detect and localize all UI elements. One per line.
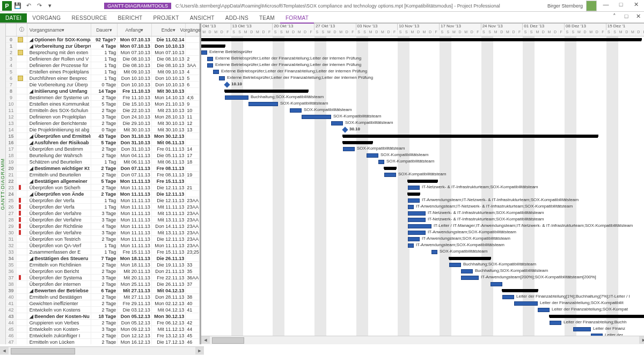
table-row[interactable]: 41Gewichten ineffizienter2 TageFre 29.11… <box>6 300 200 307</box>
table-row[interactable]: 19Schätzen und Beurteilen1 TagMit 06.11.… <box>6 159 200 165</box>
table-row[interactable]: 7Die Vorbereitung zur Überp0 TageDon 10.… <box>6 82 200 88</box>
qat-menu-icon[interactable]: ▾ <box>45 1 55 11</box>
table-row[interactable]: 45Entwickeln von Kosten-3 TageMon 09.12.… <box>6 326 200 332</box>
flag-indicator-icon <box>19 198 21 203</box>
col-header-duration[interactable]: Dauer ▾ <box>91 24 118 36</box>
table-row[interactable]: 29Überprüfen der Richtlinie4 TageMon 11.… <box>6 223 200 230</box>
table-row[interactable]: 17Überprüfen und Bestimm2 TageDon 31.10.… <box>6 146 200 152</box>
table-row[interactable]: 2Besprechung mit den exten1 TagMon 07.10… <box>6 49 200 56</box>
minimize-icon[interactable]: — <box>600 1 612 11</box>
scroll-right-icon[interactable]: ► <box>639 336 644 344</box>
table-row[interactable]: 38Überprüfen der internen2 TageMon 25.11… <box>6 281 200 287</box>
ribbon-close-icon[interactable]: ✕ <box>632 13 644 23</box>
table-row[interactable]: 26Überprüfen der Verfa1 TagMon 11.11.13M… <box>6 204 200 210</box>
table-row[interactable]: 31Überprüfen von Testrich2 TageMon 11.11… <box>6 236 200 242</box>
table-row[interactable]: 43◢ Beenden der Kosten-Nu18 TageDon 05.1… <box>6 313 200 320</box>
table-row[interactable]: 32Überprüfen von QA-Verf1 TagMon 11.11.1… <box>6 242 200 249</box>
document-title: C:\Users\b.sternberg\AppData\Roaming\Mic… <box>175 3 500 9</box>
table-row[interactable]: 28Überprüfen der Verfahre3 TageMon 11.11… <box>6 217 200 223</box>
chart-body[interactable]: Externe BetriebsprüferExterne Betriebspr… <box>201 36 644 336</box>
table-row[interactable]: 8◢ Initiierung und Umfang14 TageFre 11.1… <box>6 88 200 94</box>
table-row[interactable]: 15◢ Überprüfen und Ermitteln v43 TageDon… <box>6 133 200 139</box>
project-icon[interactable]: P <box>2 1 12 11</box>
table-row[interactable]: 47Ermitteln von Lücken2 TageMon 16.12.13… <box>6 339 200 344</box>
flag-indicator-icon <box>19 224 21 228</box>
quick-access-toolbar: P 💾 ↶ ↷ ▾ <box>0 1 57 11</box>
chart-h-scrollbar[interactable]: ◄ ► <box>201 336 644 344</box>
table-row[interactable]: 18Beurteilung der Wahrsch2 TageMon 04.11… <box>6 152 200 159</box>
table-row[interactable]: 13Definieren der Berichterste2 TageDie 2… <box>6 120 200 127</box>
flag-indicator-icon <box>19 211 21 216</box>
table-row[interactable]: 12Definieren von Projektplan3 TageDon 24… <box>6 114 200 120</box>
close-icon[interactable]: ✕ <box>630 1 642 11</box>
table-row[interactable]: 34◢ Bestätigen des Steueru7 TageMon 18.1… <box>6 255 200 262</box>
flag-indicator-icon <box>19 230 21 235</box>
note-indicator-icon <box>18 50 23 55</box>
ribbon-collapse-icon[interactable]: ˄ <box>609 13 620 23</box>
tab-addins[interactable]: ADD-INS <box>220 13 254 23</box>
restore-icon[interactable]: □ <box>615 1 627 11</box>
table-row[interactable]: 3Definieren der Rollen und V1 TagDie 08.… <box>6 56 200 62</box>
table-row[interactable]: 21Ermitteln und Beurteilen2 TageDon 07.1… <box>6 172 200 178</box>
redo-icon[interactable]: ↷ <box>34 1 44 11</box>
table-row[interactable]: 35Ermitteln von Richtlinien2 TageMon 18.… <box>6 262 200 268</box>
table-row[interactable]: 14Die Projektinitiierung ist abg0 TageMi… <box>6 127 200 133</box>
ribbon-tabs: DATEI VORGANG RESSOURCE BERICHT PROJEKT … <box>0 12 644 24</box>
scroll-right-icon[interactable]: ► <box>195 347 204 354</box>
note-indicator-icon <box>18 37 23 42</box>
tab-team[interactable]: Team <box>254 13 280 23</box>
table-row[interactable]: 46Entwickeln zukünftiger I2 TageDon 12.1… <box>6 332 200 339</box>
flag-indicator-icon <box>19 275 21 280</box>
table-row[interactable]: 39◢ Bewerten der Betriebse6 TageMit 27.1… <box>6 287 200 294</box>
table-row[interactable]: 11Ermitteln des SOX-Schulun2 TageDie 22.… <box>6 107 200 114</box>
col-header-name[interactable]: Vorgangsname ▾ <box>27 24 91 36</box>
col-header-indicator[interactable]: ⓘ <box>17 24 27 36</box>
tab-bericht[interactable]: BERICHT <box>112 13 148 23</box>
scroll-left-icon[interactable]: ◄ <box>201 336 210 344</box>
save-icon[interactable]: 💾 <box>13 1 23 11</box>
table-row[interactable]: 24◢ Überprüfen von Ände2 TageMon 11.11.1… <box>6 191 200 197</box>
view-tab-gantt[interactable]: GANTT-DIAGRAMM <box>0 24 6 344</box>
table-row[interactable]: 4Definieren der Prozesse für1 TagDie 08.… <box>6 62 200 69</box>
tab-file[interactable]: DATEI <box>0 13 27 23</box>
table-row[interactable]: 40Ermitteln und Bestätigen2 TageMit 27.1… <box>6 294 200 300</box>
timescale: Okt '1313 Okt '1320 Okt '1327 Okt '1303 … <box>201 24 644 36</box>
user-avatar[interactable] <box>586 1 597 11</box>
tab-vorgang[interactable]: VORGANG <box>27 13 66 23</box>
tab-ressource[interactable]: RESSOURCE <box>66 13 112 23</box>
table-row[interactable]: 16◢ Ausführen der Risikoab5 TageDon 31.1… <box>6 139 200 146</box>
tab-format[interactable]: FORMAT <box>280 13 314 24</box>
table-row[interactable]: 9Bestimmen der Systeme un2 TageFre 11.10… <box>6 94 200 101</box>
grid-header: ⓘ Vorgangsname ▾ Dauer ▾ Anfang ▾ Ende ▾… <box>6 24 200 36</box>
user-name: Birger Sternberg <box>547 3 583 9</box>
table-row[interactable]: 10Erstellen eines Kommunikat5 TageDie 15… <box>6 101 200 107</box>
tab-ansicht[interactable]: ANSICHT <box>185 13 220 23</box>
table-row[interactable]: 22◢ Bestätigen allgemeiner5 TageMon 11.1… <box>6 178 200 184</box>
ribbon-restore-icon[interactable]: □ <box>620 13 632 23</box>
table-row[interactable]: 44Gruppieren von Verbes2 TageDon 05.12.1… <box>6 320 200 326</box>
table-row[interactable]: 37Überprüfen der Systema3 TageMit 20.11.… <box>6 275 200 281</box>
grid-body[interactable]: 0◢ Optionen für SOX-Kompat92 Tage?Mon 07… <box>6 36 200 344</box>
table-row[interactable]: 23Überprüfen von Sicherh2 TageMon 11.11.… <box>6 184 200 191</box>
scroll-left-icon[interactable]: ◄ <box>0 347 9 354</box>
table-row[interactable]: 0◢ Optionen für SOX-Kompat92 Tage?Mon 07… <box>6 36 200 43</box>
gantt-chart: Okt '1313 Okt '1320 Okt '1327 Okt '1303 … <box>201 24 644 344</box>
table-row[interactable]: 1◢ Vorbereitung zur Überprü4 TageMon 07.… <box>6 43 200 49</box>
table-row[interactable]: 5Erstellen eines Projektplans1 TagMit 09… <box>6 69 200 75</box>
flag-indicator-icon <box>19 217 21 222</box>
col-header-id[interactable] <box>6 24 17 36</box>
undo-icon[interactable]: ↶ <box>24 1 33 11</box>
table-row[interactable]: 20◢ Bestimmen wichtiger Kt2 TageDon 07.1… <box>6 165 200 172</box>
table-row[interactable]: 42Entwickeln von Kostens2 TageDie 03.12.… <box>6 307 200 313</box>
table-row[interactable]: 30Überprüfen der Verfahre3 TageMon 11.11… <box>6 230 200 236</box>
table-row[interactable]: 33Zusammenfassen der E1 TagFre 15.11.13F… <box>6 249 200 255</box>
col-header-predecessors[interactable]: Vorgänge... <box>186 24 200 36</box>
col-header-start[interactable]: Anfang ▾ <box>118 24 151 36</box>
table-row[interactable]: 6Durchführen einer Besprec1 TagDon 10.10… <box>6 75 200 82</box>
table-row[interactable]: 27Überprüfen der Verfahre3 TageMon 11.11… <box>6 210 200 217</box>
table-row[interactable]: 36Überprüfen von Bericht2 TageMit 20.11.… <box>6 268 200 275</box>
flag-indicator-icon <box>19 204 21 209</box>
table-row[interactable]: 25Überprüfen der Verfa1 TagMon 11.11.13D… <box>6 197 200 204</box>
tab-projekt[interactable]: PROJEKT <box>148 13 184 23</box>
grid-h-scrollbar[interactable]: ◄ ► <box>0 346 204 355</box>
